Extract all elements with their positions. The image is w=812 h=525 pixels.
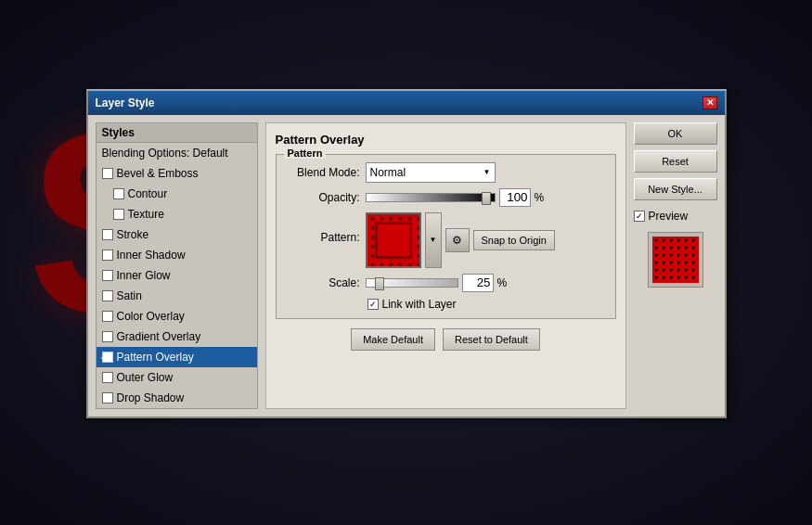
bottom-buttons: Make Default Reset to Default — [276, 328, 616, 351]
sidebar-item-satin[interactable]: Satin — [97, 286, 257, 306]
dialog-body: Styles Blending Options: Default Bevel &… — [88, 115, 725, 416]
link-with-layer-checkbox[interactable] — [367, 299, 379, 310]
blend-mode-arrow-icon: ▼ — [483, 168, 491, 176]
group-box-title: Pattern — [284, 147, 327, 159]
opacity-row: Opacity: % — [286, 188, 606, 207]
sidebar-item-blending-options[interactable]: Blending Options: Default — [97, 143, 257, 163]
preview-checkbox[interactable] — [634, 211, 645, 222]
snap-to-origin-button[interactable]: Snap to Origin — [473, 230, 555, 250]
sidebar-item-drop-shadow[interactable]: Drop Shadow — [97, 388, 257, 408]
pattern-controls: ▼ ⚙ Snap to Origin — [366, 212, 555, 268]
gradient-overlay-checkbox[interactable] — [102, 331, 113, 342]
sidebar-item-pattern-overlay[interactable]: ✓ Pattern Overlay — [97, 347, 257, 367]
blending-options-label: Blending Options: Default — [102, 147, 228, 160]
pattern-preview-box[interactable] — [366, 212, 421, 268]
opacity-label: Opacity: — [286, 191, 360, 204]
dialog-titlebar: Layer Style ✕ — [88, 91, 725, 115]
preview-thumb-content — [652, 237, 699, 283]
color-overlay-checkbox[interactable] — [102, 311, 113, 322]
satin-label: Satin — [117, 289, 142, 302]
right-panel: OK Reset New Style... Preview — [634, 122, 717, 409]
blend-mode-label: Blend Mode: — [286, 166, 360, 179]
close-button[interactable]: ✕ — [702, 96, 717, 109]
scale-slider-thumb[interactable] — [375, 277, 384, 290]
pattern-overlay-label: Pattern Overlay — [117, 351, 194, 364]
bevel-emboss-checkbox[interactable] — [102, 168, 113, 179]
pattern-label: Pattern: — [286, 212, 360, 244]
link-with-layer-label: Link with Layer — [382, 298, 457, 311]
sidebar-item-texture[interactable]: Texture — [97, 204, 257, 224]
pattern-group-box: Pattern Blend Mode: Normal ▼ Opacity: — [276, 154, 616, 319]
opacity-slider-thumb[interactable] — [482, 192, 491, 205]
opacity-slider-track[interactable] — [366, 193, 496, 202]
pattern-row: Pattern: ▼ ⚙ Snap to Origin — [286, 212, 606, 268]
link-with-layer-row: Link with Layer — [286, 298, 606, 311]
new-style-button[interactable]: New Style... — [634, 178, 717, 200]
pattern-dropdown-button[interactable]: ▼ — [425, 212, 442, 268]
stroke-checkbox[interactable] — [102, 229, 113, 240]
opacity-slider-container: % — [366, 188, 545, 207]
satin-checkbox[interactable] — [102, 290, 113, 301]
opacity-unit: % — [535, 191, 545, 204]
preview-label: Preview — [649, 210, 689, 223]
scale-slider-container: % — [366, 274, 508, 292]
scale-unit: % — [497, 276, 508, 289]
stroke-label: Stroke — [117, 228, 149, 241]
ok-button[interactable]: OK — [634, 122, 717, 145]
sidebar-item-inner-glow[interactable]: Inner Glow — [97, 265, 257, 286]
sidebar-item-contour[interactable]: Contour — [97, 184, 257, 204]
drop-shadow-label: Drop Shadow — [117, 391, 185, 404]
inner-glow-label: Inner Glow — [117, 269, 171, 282]
sidebar-item-gradient-overlay[interactable]: Gradient Overlay — [97, 327, 257, 347]
layer-style-dialog: Layer Style ✕ Styles Blending Options: D… — [86, 89, 727, 418]
sidebar-item-bevel-emboss[interactable]: Bevel & Emboss — [97, 163, 257, 184]
preview-thumbnail — [648, 232, 703, 288]
preview-row: Preview — [634, 210, 717, 223]
make-default-button[interactable]: Make Default — [351, 328, 435, 351]
contour-label: Contour — [128, 187, 168, 200]
sidebar-item-inner-shadow[interactable]: Inner Shadow — [97, 245, 257, 265]
main-content-area: Pattern Overlay Pattern Blend Mode: Norm… — [265, 122, 626, 409]
opacity-input[interactable] — [499, 188, 531, 207]
sidebar-item-outer-glow[interactable]: Outer Glow — [97, 367, 257, 388]
color-overlay-label: Color Overlay — [117, 310, 185, 323]
scale-row: Scale: % — [286, 274, 606, 292]
pattern-overlay-checkbox[interactable]: ✓ — [102, 352, 113, 363]
contour-checkbox[interactable] — [113, 188, 124, 199]
section-title: Pattern Overlay — [276, 133, 616, 147]
pattern-preview-inner — [367, 214, 419, 266]
blend-mode-select[interactable]: Normal ▼ — [366, 162, 496, 183]
reset-to-default-button[interactable]: Reset to Default — [443, 328, 540, 351]
texture-label: Texture — [128, 208, 164, 221]
inner-glow-checkbox[interactable] — [102, 270, 113, 281]
sidebar-header: Styles — [97, 123, 257, 143]
bevel-emboss-label: Bevel & Emboss — [117, 167, 199, 180]
gradient-overlay-label: Gradient Overlay — [117, 330, 201, 343]
sidebar-item-color-overlay[interactable]: Color Overlay — [97, 306, 257, 327]
sidebar: Styles Blending Options: Default Bevel &… — [96, 122, 258, 409]
dialog-title: Layer Style — [96, 96, 155, 109]
drop-shadow-checkbox[interactable] — [102, 392, 113, 403]
inner-shadow-label: Inner Shadow — [117, 249, 186, 262]
blend-mode-row: Blend Mode: Normal ▼ — [286, 162, 606, 183]
texture-checkbox[interactable] — [113, 209, 124, 220]
pattern-options-button[interactable]: ⚙ — [445, 228, 470, 252]
inner-shadow-checkbox[interactable] — [102, 250, 113, 261]
blend-mode-value: Normal — [370, 166, 406, 179]
reset-button[interactable]: Reset — [634, 150, 717, 173]
scale-input[interactable] — [462, 274, 494, 292]
scale-label: Scale: — [286, 276, 360, 289]
scale-slider-track[interactable] — [366, 278, 458, 288]
sidebar-item-stroke[interactable]: Stroke — [97, 224, 257, 245]
outer-glow-label: Outer Glow — [117, 371, 174, 384]
outer-glow-checkbox[interactable] — [102, 372, 113, 383]
